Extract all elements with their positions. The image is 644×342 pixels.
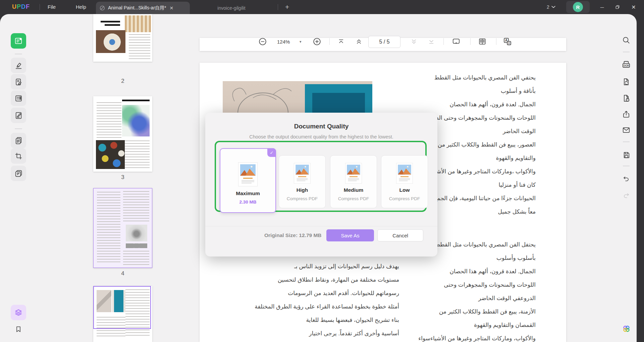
quality-sublabel: Compress PDF <box>381 196 428 201</box>
quality-label: High <box>279 187 325 193</box>
title-bar: UPDF File Help Animal Paint...Skills-ar自… <box>0 0 644 14</box>
dialog-title: Document Quality <box>205 123 437 130</box>
tab-animal-paint[interactable]: Animal Paint...Skills-ar自用* ✕ <box>96 2 190 14</box>
zoom-out-button[interactable] <box>258 34 267 49</box>
doc-text-line: والأكواب، وماركات المتاجر وغيرها من الأش… <box>418 332 536 342</box>
undo-button[interactable] <box>620 173 632 185</box>
doc-text-line: يحتفي الفن المصري بالحيوانات مثل القطط <box>428 71 536 84</box>
doc-text-line: الحيوانات جزءًا من حياتنا اليومية، فإن ا… <box>428 192 536 205</box>
account-button[interactable]: R <box>566 1 590 13</box>
zoom-dropdown-caret[interactable]: ▾ <box>300 34 302 49</box>
thumb-image <box>96 140 125 169</box>
quality-option-high[interactable]: High Compress PDF <box>279 155 326 208</box>
new-tab-button[interactable]: + <box>280 0 294 14</box>
close-button[interactable]: ✕ <box>628 2 639 12</box>
quality-sublabel: Compress PDF <box>330 196 377 201</box>
menu-help[interactable]: Help <box>71 0 91 14</box>
layers-icon <box>14 308 23 317</box>
bookmark-icon <box>14 325 22 333</box>
previous-page-button[interactable] <box>355 34 363 49</box>
save-button-rail[interactable] <box>620 149 632 161</box>
ocr-button[interactable]: OCR <box>620 58 632 70</box>
menu-file[interactable]: File <box>43 0 60 14</box>
reading-mode-button[interactable] <box>478 34 487 49</box>
tab-invoice[interactable]: invoice-gilgilit <box>201 2 262 14</box>
first-page-icon <box>337 38 345 46</box>
quality-thumbnail <box>345 163 362 184</box>
thumb-image-sketches <box>126 243 147 248</box>
plus-circle-icon <box>313 37 321 46</box>
restore-button[interactable] <box>612 2 623 12</box>
quality-size: 2.30 MB <box>220 199 275 205</box>
user-count-dropdown[interactable]: 2 <box>547 0 555 14</box>
feedback-bubble-icon <box>622 341 631 342</box>
doc-text-line: اللوحات والمنحوتات والمجوهرات وحتى الدرو <box>428 111 536 125</box>
save-as-button[interactable]: Save As <box>326 229 374 241</box>
quality-option-low[interactable]: Low Compress PDF <box>381 155 428 208</box>
thumbnail-page-4[interactable] <box>93 188 152 268</box>
tool-convert[interactable] <box>11 133 26 148</box>
thumb-image-dog-sketch <box>126 225 147 241</box>
thumb-text-block <box>97 192 120 264</box>
form-page-icon <box>14 94 23 103</box>
doc-text-line: الوقت الحاضر <box>428 125 536 138</box>
svg-text:OCR: OCR <box>624 64 629 67</box>
quality-option-medium[interactable]: Medium Compress PDF <box>330 155 377 208</box>
quality-label: Low <box>381 187 428 193</box>
convert-document-button[interactable] <box>620 76 632 88</box>
search-button[interactable] <box>620 34 632 46</box>
tool-bookmarks[interactable] <box>11 322 26 337</box>
share-button[interactable] <box>620 108 632 120</box>
thumb-heading <box>101 21 120 22</box>
last-page-button[interactable] <box>427 34 435 49</box>
zoom-in-button[interactable] <box>313 34 321 49</box>
thumbnail-page-2[interactable] <box>93 14 152 62</box>
tool-form[interactable] <box>11 91 26 106</box>
tool-page-thumbnails[interactable] <box>11 305 26 320</box>
thumbnail-page-number: 3 <box>93 174 152 181</box>
logo-letter: P <box>17 3 21 10</box>
tool-sign[interactable] <box>11 108 26 123</box>
right-toolbar: OCR <box>615 14 637 342</box>
page-indicator-input[interactable]: 5 / 5 <box>368 36 400 48</box>
quality-option-maximum[interactable]: ✓ Maximum 2.30 MB <box>220 148 276 213</box>
svg-text:文: 文 <box>508 42 511 45</box>
zoom-level[interactable]: 124% <box>277 34 290 49</box>
presentation-button[interactable] <box>452 34 461 49</box>
divider <box>623 141 630 142</box>
tool-reader[interactable] <box>11 33 26 49</box>
tool-batch[interactable] <box>11 166 26 181</box>
next-page-button[interactable] <box>410 34 418 49</box>
email-button[interactable] <box>620 124 632 136</box>
tool-comment[interactable] <box>11 58 26 73</box>
first-page-button[interactable] <box>337 34 345 49</box>
circle-slash-icon <box>99 5 105 11</box>
ai-assistant-button[interactable] <box>620 323 632 335</box>
convert-doc-icon <box>622 77 631 86</box>
dialog-subtitle: Choose the output document quality from … <box>205 134 437 139</box>
quality-sublabel: Compress PDF <box>279 196 325 201</box>
thumb-heading <box>105 24 120 26</box>
cancel-button[interactable]: Cancel <box>377 229 423 241</box>
document-quality-dialog: Document Quality Choose the output docum… <box>205 113 437 256</box>
ai-clover-icon <box>622 324 631 333</box>
minimize-button[interactable]: ─ <box>596 2 608 12</box>
tab-close-icon[interactable]: ✕ <box>170 5 174 11</box>
quality-thumbnail <box>238 162 258 186</box>
app-window: UPDF File Help Animal Paint...Skills-ar自… <box>0 0 644 342</box>
tool-crop[interactable] <box>11 148 26 164</box>
pages-copy-icon <box>14 136 23 145</box>
redo-button[interactable] <box>620 190 632 202</box>
viewport-indicator[interactable] <box>93 286 151 329</box>
tool-attachments[interactable] <box>11 338 26 342</box>
translate-button[interactable]: A 文 <box>503 34 512 49</box>
translate-icon: A 文 <box>503 37 512 46</box>
feedback-button[interactable] <box>620 339 632 342</box>
thumb-image <box>125 15 151 32</box>
protect-document-button[interactable] <box>620 92 632 104</box>
presentation-icon <box>452 37 461 46</box>
thumbnail-page-5[interactable] <box>93 286 152 342</box>
tool-edit-pdf[interactable] <box>11 74 26 90</box>
doc-right-column-upper: يحتفي الفن المصري بالحيوانات مثل القططبأ… <box>428 71 536 219</box>
thumbnail-page-3[interactable] <box>93 96 152 172</box>
